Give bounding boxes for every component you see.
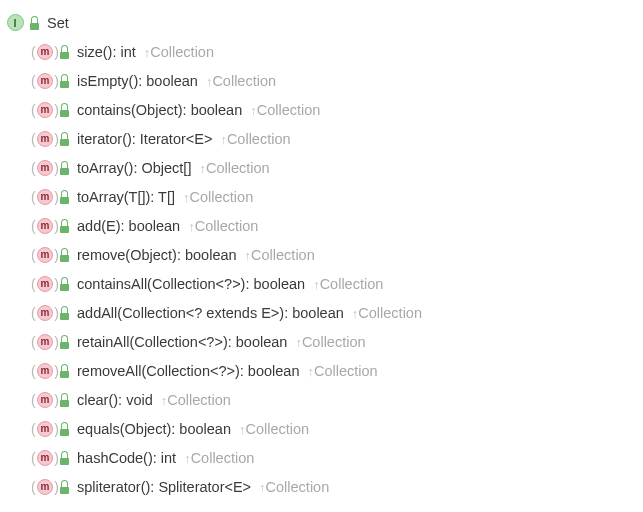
unlock-icon [60, 190, 70, 204]
interface-name: Set [47, 15, 69, 31]
inherited-from: ↑Collection [352, 305, 422, 321]
method-icon-letter: m [37, 479, 53, 495]
method-icon: (m) [36, 478, 54, 496]
method-icon-letter: m [37, 305, 53, 321]
method-signature: toArray(): Object[] [77, 160, 191, 176]
paren-right-icon: ) [54, 131, 59, 147]
inherited-from-label: Collection [227, 131, 291, 147]
method-icon-letter: m [37, 189, 53, 205]
method-signature: spliterator(): Spliterator<E> [77, 479, 251, 495]
inherited-from: ↑Collection [313, 276, 383, 292]
method-signature: retainAll(Collection<?>): boolean [77, 334, 287, 350]
paren-left-icon: ( [31, 276, 35, 292]
method-node[interactable]: (m)toArray(T[]): T[]↑Collection [4, 182, 643, 211]
method-node[interactable]: (m)contains(Object): boolean↑Collection [4, 95, 643, 124]
interface-node[interactable]: I Set [4, 8, 643, 37]
method-node[interactable]: (m)spliterator(): Spliterator<E>↑Collect… [4, 472, 643, 501]
method-icon: (m) [36, 130, 54, 148]
method-signature: isEmpty(): boolean [77, 73, 198, 89]
inherited-from-label: Collection [167, 392, 231, 408]
inherited-from-label: Collection [314, 363, 378, 379]
inherited-from-label: Collection [302, 334, 366, 350]
unlock-icon [60, 132, 70, 146]
unlock-icon [60, 45, 70, 59]
method-node[interactable]: (m)size(): int↑Collection [4, 37, 643, 66]
method-signature: size(): int [77, 44, 136, 60]
inherited-from: ↑Collection [220, 131, 290, 147]
paren-left-icon: ( [31, 421, 35, 437]
method-signature: iterator(): Iterator<E> [77, 131, 212, 147]
method-node[interactable]: (m)iterator(): Iterator<E>↑Collection [4, 124, 643, 153]
paren-left-icon: ( [31, 334, 35, 350]
method-signature: containsAll(Collection<?>): boolean [77, 276, 305, 292]
paren-right-icon: ) [54, 160, 59, 176]
method-icon: (m) [36, 304, 54, 322]
paren-right-icon: ) [54, 276, 59, 292]
method-icon-letter: m [37, 276, 53, 292]
paren-right-icon: ) [54, 450, 59, 466]
method-node[interactable]: (m)removeAll(Collection<?>): boolean↑Col… [4, 356, 643, 385]
method-node[interactable]: (m)clear(): void↑Collection [4, 385, 643, 414]
paren-right-icon: ) [54, 218, 59, 234]
method-icon-letter: m [37, 363, 53, 379]
method-icon: (m) [36, 362, 54, 380]
unlock-icon [60, 161, 70, 175]
inherited-from-label: Collection [195, 218, 259, 234]
structure-tree: I Set (m)size(): int↑Collection(m)isEmpt… [4, 8, 643, 501]
inherited-from: ↑Collection [239, 421, 309, 437]
method-signature: clear(): void [77, 392, 153, 408]
inherited-from-label: Collection [150, 44, 214, 60]
method-icon: (m) [36, 159, 54, 177]
method-icon-letter: m [37, 44, 53, 60]
inherited-from-label: Collection [251, 247, 315, 263]
method-icon-letter: m [37, 102, 53, 118]
method-node[interactable]: (m)addAll(Collection<? extends E>): bool… [4, 298, 643, 327]
inherited-from-label: Collection [212, 73, 276, 89]
paren-left-icon: ( [31, 160, 35, 176]
method-node[interactable]: (m)isEmpty(): boolean↑Collection [4, 66, 643, 95]
paren-left-icon: ( [31, 450, 35, 466]
unlock-icon [60, 335, 70, 349]
paren-right-icon: ) [54, 479, 59, 495]
paren-right-icon: ) [54, 102, 59, 118]
paren-left-icon: ( [31, 305, 35, 321]
paren-left-icon: ( [31, 218, 35, 234]
unlock-icon [60, 74, 70, 88]
method-node[interactable]: (m)retainAll(Collection<?>): boolean↑Col… [4, 327, 643, 356]
method-node[interactable]: (m)equals(Object): boolean↑Collection [4, 414, 643, 443]
method-signature: removeAll(Collection<?>): boolean [77, 363, 299, 379]
method-icon-letter: m [37, 334, 53, 350]
inherited-from: ↑Collection [184, 450, 254, 466]
unlock-icon [60, 277, 70, 291]
unlock-icon [60, 422, 70, 436]
method-icon-letter: m [37, 73, 53, 89]
inherited-from-label: Collection [206, 160, 270, 176]
paren-left-icon: ( [31, 189, 35, 205]
inherited-from-label: Collection [245, 421, 309, 437]
method-signature: hashCode(): int [77, 450, 176, 466]
paren-right-icon: ) [54, 363, 59, 379]
method-signature: add(E): boolean [77, 218, 180, 234]
paren-right-icon: ) [54, 421, 59, 437]
method-icon: (m) [36, 246, 54, 264]
method-node[interactable]: (m)add(E): boolean↑Collection [4, 211, 643, 240]
paren-left-icon: ( [31, 479, 35, 495]
method-node[interactable]: (m)remove(Object): boolean↑Collection [4, 240, 643, 269]
inherited-from: ↑Collection [161, 392, 231, 408]
unlock-icon [60, 364, 70, 378]
method-icon-letter: m [37, 421, 53, 437]
method-icon: (m) [36, 420, 54, 438]
method-icon: (m) [36, 391, 54, 409]
inherited-from: ↑Collection [199, 160, 269, 176]
method-node[interactable]: (m)hashCode(): int↑Collection [4, 443, 643, 472]
paren-left-icon: ( [31, 73, 35, 89]
method-node[interactable]: (m)toArray(): Object[]↑Collection [4, 153, 643, 182]
interface-icon: I [6, 14, 24, 32]
paren-left-icon: ( [31, 392, 35, 408]
method-icon: (m) [36, 275, 54, 293]
paren-right-icon: ) [54, 392, 59, 408]
method-node[interactable]: (m)containsAll(Collection<?>): boolean↑C… [4, 269, 643, 298]
paren-left-icon: ( [31, 363, 35, 379]
method-icon-letter: m [37, 450, 53, 466]
method-icon-letter: m [37, 131, 53, 147]
